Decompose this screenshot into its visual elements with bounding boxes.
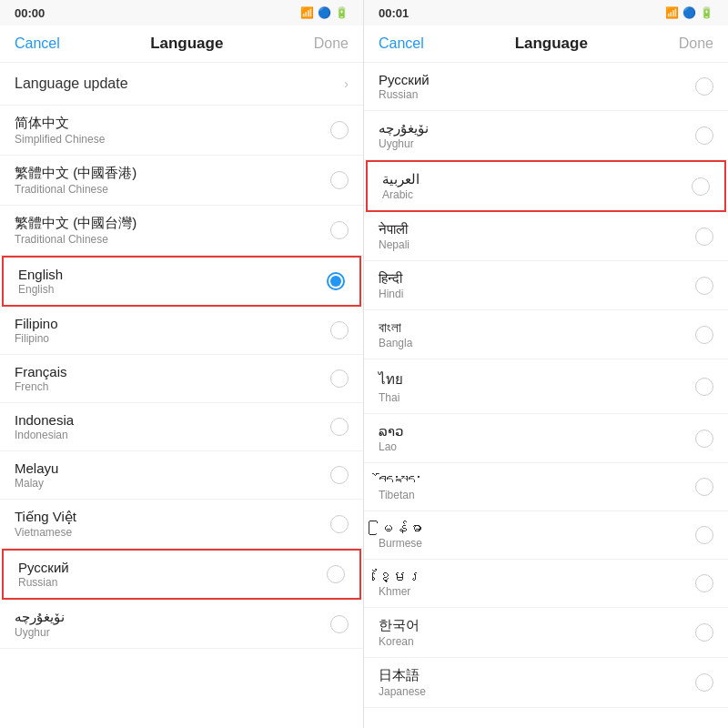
battery-icon: 🔋 xyxy=(335,6,349,19)
list-item[interactable]: Tiếng ViệtVietnamese xyxy=(0,500,363,549)
page-title-left: Language xyxy=(150,35,223,53)
radio-button[interactable] xyxy=(327,565,345,583)
list-item[interactable]: ລາວLao xyxy=(364,414,728,463)
lang-sub: Japanese xyxy=(379,685,426,698)
lang-sub: Arabic xyxy=(382,188,420,201)
lang-name: Melayu xyxy=(15,460,58,476)
list-item[interactable]: FrançaisFrench xyxy=(0,355,363,403)
right-panel: 00:01 📶 🔵 🔋 Cancel Language Done Русский… xyxy=(364,0,728,728)
language-list-left: 简体中文Simplified Chinese繁體中文 (中國香港)Traditi… xyxy=(0,106,363,728)
list-item[interactable]: 한국어Korean xyxy=(364,608,728,658)
radio-button[interactable] xyxy=(695,126,713,145)
lang-sub: Filipino xyxy=(15,332,58,345)
cancel-button-right[interactable]: Cancel xyxy=(379,35,424,52)
lang-name: ລາວ xyxy=(379,423,403,440)
list-item[interactable]: نۆيغۇرچەUyghur xyxy=(364,111,728,160)
lang-sub: Thai xyxy=(379,391,403,404)
radio-button[interactable] xyxy=(330,121,349,139)
list-item[interactable]: 简体中文Simplified Chinese xyxy=(0,106,363,156)
lang-name: বাংলা xyxy=(379,319,412,336)
lang-sub: Indonesian xyxy=(15,429,74,441)
list-item[interactable]: नेपालीNepali xyxy=(364,212,728,261)
radio-button[interactable] xyxy=(330,369,349,388)
list-item[interactable]: EnglishEnglish xyxy=(2,256,361,307)
nav-bar-right: Cancel Language Done xyxy=(364,25,728,63)
list-item[interactable]: MelayuMalay xyxy=(0,451,363,500)
page-title-right: Language xyxy=(515,35,588,53)
wifi-icon: 📶 xyxy=(300,6,314,19)
lang-sub: Uyghur xyxy=(15,626,65,639)
list-item[interactable]: FilipinoFilipino xyxy=(0,307,363,355)
radio-button[interactable] xyxy=(327,272,345,290)
radio-button[interactable] xyxy=(692,177,710,196)
radio-button[interactable] xyxy=(695,378,713,396)
list-item[interactable]: ไทยThai xyxy=(364,359,728,414)
left-panel: 00:00 📶 🔵 🔋 Cancel Language Done Languag… xyxy=(0,0,364,728)
lang-name: 한국어 xyxy=(379,617,420,634)
lang-name: نۆيغۇرچە xyxy=(15,609,65,625)
lang-name: 日本語 xyxy=(379,667,426,684)
lang-sub: Malay xyxy=(15,477,58,490)
list-item[interactable]: РусскийRussian xyxy=(364,63,728,111)
radio-button[interactable] xyxy=(695,77,713,96)
lang-sub: Simplified Chinese xyxy=(15,133,105,146)
list-item[interactable]: हिन्दीHindi xyxy=(364,261,728,310)
lang-sub: Bangla xyxy=(379,337,412,349)
lang-sub: Traditional Chinese xyxy=(15,233,136,246)
radio-button[interactable] xyxy=(695,326,713,344)
list-item[interactable]: བོད་སྐད་Tibetan xyxy=(364,463,728,511)
list-item[interactable]: РусскийRussian xyxy=(2,549,361,600)
radio-button[interactable] xyxy=(330,221,349,239)
radio-button[interactable] xyxy=(330,515,349,533)
language-update-row[interactable]: Language update › xyxy=(0,63,363,106)
status-bar-left: 00:00 📶 🔵 🔋 xyxy=(0,0,363,25)
lang-sub: Khmer xyxy=(379,585,422,598)
lang-sub: Russian xyxy=(18,576,69,589)
list-item[interactable]: 繁體中文 (中國香港)Traditional Chinese xyxy=(0,156,363,206)
lang-name: မြန်မာ xyxy=(379,521,422,536)
list-item[interactable]: نۆيغۇرچەUyghur xyxy=(0,600,363,649)
radio-button[interactable] xyxy=(330,321,349,339)
lang-name: ខ្មែរ xyxy=(379,569,422,584)
done-button-right[interactable]: Done xyxy=(679,35,713,52)
lang-sub: Russian xyxy=(379,88,430,101)
lang-name: हिन्दी xyxy=(379,270,403,287)
radio-button[interactable] xyxy=(695,277,713,295)
lang-name: Русский xyxy=(379,72,430,87)
list-item[interactable]: 日本語Japanese xyxy=(364,658,728,708)
radio-button[interactable] xyxy=(330,615,349,633)
time-left: 00:00 xyxy=(15,6,45,20)
radio-button[interactable] xyxy=(695,574,713,592)
radio-button[interactable] xyxy=(695,623,713,642)
lang-sub: Burmese xyxy=(379,537,422,550)
radio-button[interactable] xyxy=(695,228,713,246)
list-item[interactable]: မြန်မာBurmese xyxy=(364,511,728,560)
lang-sub: Hindi xyxy=(379,288,403,300)
list-item[interactable]: العربيةArabic xyxy=(366,160,726,212)
nav-bar-left: Cancel Language Done xyxy=(0,25,363,63)
language-update-label: Language update xyxy=(15,76,128,92)
radio-button[interactable] xyxy=(695,673,713,692)
cancel-button-left[interactable]: Cancel xyxy=(15,35,60,52)
radio-button[interactable] xyxy=(330,418,349,436)
list-item[interactable]: ខ្មែរKhmer xyxy=(364,560,728,608)
radio-button[interactable] xyxy=(695,430,713,448)
lang-name: Français xyxy=(15,364,67,379)
lang-sub: Tibetan xyxy=(379,489,422,501)
done-button-left[interactable]: Done xyxy=(314,35,349,52)
radio-button[interactable] xyxy=(330,466,349,484)
chevron-right-icon: › xyxy=(344,76,349,91)
list-item[interactable]: 繁體中文 (中國台灣)Traditional Chinese xyxy=(0,206,363,256)
lang-name: नेपाली xyxy=(379,221,410,238)
list-item[interactable]: IndonesiaIndonesian xyxy=(0,403,363,451)
lang-sub: French xyxy=(15,380,67,393)
radio-button[interactable] xyxy=(695,478,713,496)
battery-icon-2: 🔋 xyxy=(700,6,713,19)
radio-button[interactable] xyxy=(695,526,713,544)
lang-name: 繁體中文 (中國香港) xyxy=(15,165,136,182)
list-item[interactable]: বাংলাBangla xyxy=(364,310,728,359)
lang-sub: English xyxy=(18,283,63,296)
lang-name: 繁體中文 (中國台灣) xyxy=(15,215,136,232)
radio-button[interactable] xyxy=(330,171,349,189)
lang-sub: Nepali xyxy=(379,238,410,251)
